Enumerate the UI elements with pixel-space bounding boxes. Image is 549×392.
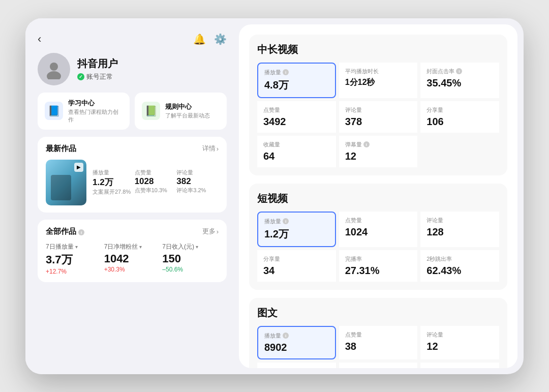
fans-dropdown-icon[interactable]: ▾ bbox=[139, 244, 142, 250]
likes-label: 点赞量 bbox=[263, 106, 330, 114]
learning-center-card[interactable]: 📘 学习中心 查看热门课程助力创作 bbox=[38, 93, 130, 130]
metric-short-shares: 分享量 34 bbox=[257, 250, 336, 282]
medium-video-title: 中长视频 bbox=[257, 43, 499, 56]
graphic-section: 图文 播放量 i 8902 点赞量 38 评论量 12 bbox=[249, 298, 507, 368]
latest-work-link[interactable]: 详情 › bbox=[202, 144, 219, 153]
graphic-comments-label: 评论量 bbox=[426, 331, 493, 339]
profile-section: 抖音用户 账号正常 bbox=[38, 53, 227, 85]
graphic-likes-value: 38 bbox=[345, 341, 412, 352]
latest-work-section: 最新作品 详情 › ▶ 播放量 1.2万 文案展开27.8% bbox=[38, 137, 227, 213]
all-stat-fans: 7日净增粉丝 ▾ 1042 +30.3% bbox=[104, 243, 161, 275]
all-fans-value: 1042 bbox=[104, 252, 161, 265]
metric-short-likes: 点赞量 1024 bbox=[339, 212, 418, 247]
all-income-change: –50.6% bbox=[162, 266, 219, 273]
plays-dropdown-icon[interactable]: ▾ bbox=[75, 244, 78, 250]
click-rate-info-icon: i bbox=[456, 68, 462, 74]
likes-value: 3492 bbox=[263, 116, 330, 128]
all-works-link[interactable]: 更多 › bbox=[202, 227, 219, 236]
medium-plays-info-icon: i bbox=[283, 69, 289, 75]
account-status: 账号正常 bbox=[77, 72, 118, 81]
short-comments-label: 评论量 bbox=[426, 217, 493, 224]
settings-icon[interactable]: ⚙️ bbox=[214, 33, 227, 45]
all-income-label: 7日收入(元) ▾ bbox=[162, 243, 219, 251]
copywriting-rate-label: 文案展开率 bbox=[345, 368, 412, 368]
short-likes-value: 1024 bbox=[345, 226, 412, 238]
medium-video-section: 中长视频 播放量 i 4.8万 平均播放时长 1分12秒 封面点击率 i bbox=[249, 35, 507, 175]
video-icon: ▶ bbox=[74, 163, 83, 172]
favorites-value: 64 bbox=[263, 150, 330, 162]
metric-avg-duration: 平均播放时长 1分12秒 bbox=[339, 63, 418, 98]
comments-value: 382 bbox=[176, 176, 219, 187]
all-works-section: 全部作品 i 更多 › 7日播放量 ▾ 3.7万 +12.7% bbox=[38, 220, 227, 282]
graphic-metrics: 播放量 i 8902 点赞量 38 评论量 12 收藏量 1 bbox=[257, 326, 499, 368]
svg-point-1 bbox=[47, 71, 61, 79]
header-icons: 🔔 ⚙️ bbox=[193, 33, 227, 45]
status-text: 账号正常 bbox=[86, 72, 113, 81]
metric-graphic-plays: 播放量 i 8902 bbox=[257, 326, 336, 359]
avatar-icon bbox=[44, 59, 64, 79]
metric-bounce-rate: 2秒跳出率 62.43% bbox=[420, 250, 499, 282]
learning-subtitle: 查看热门课程助力创作 bbox=[68, 108, 123, 124]
completion-rate-value: 27.31% bbox=[345, 265, 412, 277]
all-works-header: 全部作品 i 更多 › bbox=[46, 227, 219, 236]
shares-value: 106 bbox=[426, 116, 493, 128]
profile-info: 抖音用户 账号正常 bbox=[77, 57, 118, 81]
rules-icon: 📗 bbox=[142, 102, 160, 120]
avg-duration-value: 1分12秒 bbox=[345, 77, 412, 88]
short-video-section: 短视频 播放量 i 1.2万 点赞量 1024 评论量 128 bbox=[249, 184, 507, 290]
back-button[interactable]: ‹ bbox=[38, 33, 41, 46]
metric-graphic-plays-label: 播放量 i bbox=[264, 332, 329, 340]
work-stats: 播放量 1.2万 文案展开27.8% 点赞量 1028 点赞率10.3% 评论量… bbox=[93, 169, 219, 196]
likes-value: 1028 bbox=[135, 176, 177, 187]
medium-video-metrics: 播放量 i 4.8万 平均播放时长 1分12秒 封面点击率 i 35.45% bbox=[257, 63, 499, 167]
notification-icon[interactable]: 🔔 bbox=[193, 33, 206, 45]
rules-center-card[interactable]: 📗 规则中心 了解平台最新动态 bbox=[135, 93, 227, 130]
left-panel: ‹ 🔔 ⚙️ 抖音用户 账号正常 bbox=[25, 18, 239, 374]
graphic-comments-value: 12 bbox=[426, 341, 493, 352]
rules-title: 规则中心 bbox=[165, 102, 210, 111]
short-shares-value: 34 bbox=[263, 265, 330, 277]
status-dot bbox=[77, 73, 84, 80]
short-video-title: 短视频 bbox=[257, 192, 499, 205]
plays-label: 播放量 bbox=[93, 169, 135, 176]
learning-title: 学习中心 bbox=[68, 99, 123, 108]
cards-row: 📘 学习中心 查看热门课程助力创作 📗 规则中心 了解平台最新动态 bbox=[38, 93, 227, 130]
comments-sub: 评论率3.2% bbox=[176, 187, 219, 194]
rules-text: 规则中心 了解平台最新动态 bbox=[165, 102, 210, 119]
svg-point-0 bbox=[50, 63, 58, 71]
metric-short-comments: 评论量 128 bbox=[420, 212, 499, 247]
all-income-value: 150 bbox=[162, 252, 219, 265]
short-plays-info-icon: i bbox=[283, 218, 289, 224]
graphic-likes-label: 点赞量 bbox=[345, 331, 412, 339]
device-container: ‹ 🔔 ⚙️ 抖音用户 账号正常 bbox=[25, 18, 524, 374]
plays-value: 1.2万 bbox=[93, 176, 135, 188]
metric-graphic-likes: 点赞量 38 bbox=[339, 326, 418, 359]
favorites-label: 收藏量 bbox=[263, 141, 330, 148]
stat-likes: 点赞量 1028 点赞率10.3% bbox=[135, 169, 177, 196]
stat-plays: 播放量 1.2万 文案展开27.8% bbox=[93, 169, 135, 196]
avg-duration-label: 平均播放时长 bbox=[345, 68, 412, 75]
metric-medium-plays: 播放量 i 4.8万 bbox=[257, 63, 336, 98]
likes-label: 点赞量 bbox=[135, 169, 177, 176]
click-rate-label: 封面点击率 i bbox=[426, 68, 493, 75]
avatar bbox=[38, 53, 70, 85]
short-comments-value: 128 bbox=[426, 226, 493, 238]
metric-graphic-plays-value: 8902 bbox=[264, 342, 329, 353]
danmaku-value: 12 bbox=[345, 150, 412, 162]
income-dropdown-icon[interactable]: ▾ bbox=[196, 244, 198, 250]
learning-text: 学习中心 查看热门课程助力创作 bbox=[68, 99, 123, 124]
likes-sub: 点赞率10.3% bbox=[135, 187, 177, 194]
graphic-favorites-label: 收藏量 bbox=[263, 368, 330, 368]
comments-label: 评论量 bbox=[176, 169, 219, 176]
all-works-title: 全部作品 i bbox=[46, 227, 84, 236]
short-shares-label: 分享量 bbox=[263, 255, 330, 263]
work-thumbnail[interactable]: ▶ bbox=[46, 160, 86, 205]
learning-icon: 📘 bbox=[45, 102, 63, 120]
metric-short-plays-label: 播放量 i bbox=[264, 218, 329, 225]
metric-short-plays: 播放量 i 1.2万 bbox=[257, 212, 336, 247]
bounce-rate-label: 2秒跳出率 bbox=[426, 255, 493, 263]
metric-copywriting-rate: 文案展开率 0.32% bbox=[339, 363, 418, 368]
graphic-plays-info-icon: i bbox=[283, 333, 289, 339]
all-stat-plays: 7日播放量 ▾ 3.7万 +12.7% bbox=[46, 243, 102, 275]
metric-short-plays-value: 1.2万 bbox=[264, 227, 329, 241]
